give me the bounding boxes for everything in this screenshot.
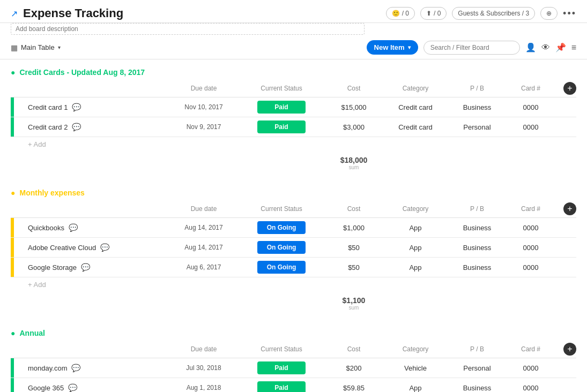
col-header: Category [383, 345, 448, 353]
chat-icon[interactable]: 💬 [68, 383, 77, 392]
cell-date: Aug 1, 2018 [169, 381, 239, 392]
user-icon[interactable]: 👤 [525, 42, 536, 52]
reaction-icon: 🙂 [392, 10, 400, 17]
group-header: ● Monthly expenses [11, 189, 576, 197]
chat-icon[interactable]: 💬 [71, 364, 80, 372]
add-row-label: + Add [28, 140, 46, 148]
cell-card: 0000 [507, 260, 555, 275]
col-header: Card # [507, 85, 555, 92]
more-options-button[interactable]: ••• [563, 8, 576, 19]
col-header: Card # [507, 205, 555, 213]
group-toggle-icon[interactable]: ● [11, 189, 15, 197]
col-header: Cost [324, 85, 383, 92]
cell-category: App [383, 240, 448, 255]
cell-date: Aug 6, 2017 [169, 260, 239, 274]
guests-button[interactable]: Guests & Subscribers / 3 [452, 7, 535, 20]
sum-row: $1,100 sum [11, 293, 576, 314]
cell-card: 0000 [507, 361, 555, 375]
eye-icon[interactable]: 👁 [541, 43, 550, 52]
views-button[interactable]: ⬆ / 0 [420, 7, 447, 20]
cell-extra [555, 104, 576, 110]
group-header: ● Annual [11, 329, 576, 337]
add-icon: ⊕ [546, 10, 552, 17]
cell-card: 0000 [507, 240, 555, 255]
reactions-button[interactable]: 🙂 / 0 [386, 7, 415, 20]
add-column-button[interactable]: + [563, 202, 576, 215]
cell-extra [555, 385, 576, 391]
filter-icon[interactable]: ≡ [571, 43, 576, 52]
add-guest-button[interactable]: ⊕ [540, 7, 558, 20]
cell-extra [555, 244, 576, 251]
chat-icon[interactable]: 💬 [81, 263, 90, 272]
col-header: Current Status [239, 205, 324, 213]
main-content: ● Credit Cards - Updated Aug 8, 2017 Due… [0, 59, 587, 392]
sum-value: $1,100 [324, 296, 383, 305]
cell-extra [555, 264, 576, 270]
group-title[interactable]: Credit Cards - Updated Aug 8, 2017 [19, 68, 145, 77]
header-left: ↗ Expense Tracking [11, 6, 123, 20]
cell-status: Paid [239, 97, 324, 117]
cell-status: On Going [239, 258, 324, 277]
sum-value: $18,000 [324, 156, 383, 164]
cell-date: Aug 14, 2017 [169, 240, 239, 254]
col-header: Cost [324, 345, 383, 353]
chat-icon[interactable]: 💬 [72, 123, 81, 131]
table-row: Google 365 💬 Aug 1, 2018 Paid $59.85 App… [11, 378, 576, 392]
row-indicator [11, 97, 14, 117]
add-column-button[interactable]: + [563, 343, 576, 356]
column-headers: Due dateCurrent StatusCostCategoryP / BC… [11, 80, 576, 97]
cell-cost: $3,000 [324, 120, 383, 134]
table-row: Adobe Creative Cloud 💬 Aug 14, 2017 On G… [11, 238, 576, 258]
status-badge: On Going [257, 261, 306, 274]
col-header: Category [383, 205, 448, 213]
group-title[interactable]: Monthly expenses [19, 189, 84, 197]
table-row: Credit card 2 💬 Nov 9, 2017 Paid $3,000 … [11, 117, 576, 137]
cell-pb: Business [448, 221, 507, 235]
header-right: 🙂 / 0 ⬆ / 0 Guests & Subscribers / 3 ⊕ •… [386, 7, 576, 20]
add-row[interactable]: + Add [11, 137, 576, 152]
board-desc-input[interactable] [11, 23, 365, 35]
share-icon: ↗ [11, 9, 18, 19]
col-header: Due date [169, 85, 239, 92]
cell-category: Credit card [383, 100, 448, 115]
group-title[interactable]: Annual [19, 329, 44, 337]
add-row[interactable]: + Add [11, 277, 576, 292]
views-icon: ⬆ [426, 10, 432, 17]
chat-icon[interactable]: 💬 [72, 103, 81, 111]
table-label: Main Table [21, 43, 55, 51]
cell-pb: Personal [448, 361, 507, 375]
col-header-add: + [555, 82, 576, 95]
search-input[interactable] [423, 41, 520, 55]
pin-icon[interactable]: 📌 [555, 42, 566, 52]
cell-card: 0000 [507, 120, 555, 134]
col-header: Due date [169, 345, 239, 353]
cell-cost: $59.85 [324, 381, 383, 393]
chevron-down-icon: ▾ [58, 44, 61, 50]
group-toggle-icon[interactable]: ● [11, 68, 15, 77]
cell-card: 0000 [507, 381, 555, 393]
cell-date: Jul 30, 2018 [169, 361, 239, 375]
row-name: Google Storage [28, 263, 77, 272]
add-column-button[interactable]: + [563, 82, 576, 95]
cell-extra [555, 124, 576, 130]
new-item-button[interactable]: New Item ▾ [367, 40, 418, 55]
group-toggle-icon[interactable]: ● [11, 329, 15, 337]
col-header-add: + [555, 343, 576, 356]
chat-icon[interactable]: 💬 [100, 243, 109, 252]
row-name: Credit card 1 [28, 103, 68, 111]
row-name-cell: Quickbooks 💬 [11, 223, 169, 232]
row-name: monday.com [28, 364, 67, 372]
sum-label: sum [324, 164, 383, 170]
row-name: Adobe Creative Cloud [28, 244, 96, 252]
cell-category: App [383, 381, 448, 393]
status-badge: Paid [257, 120, 306, 133]
table-row: Credit card 1 💬 Nov 10, 2017 Paid $15,00… [11, 97, 576, 117]
cell-status: Paid [239, 358, 324, 378]
column-headers: Due dateCurrent StatusCostCategoryP / BC… [11, 341, 576, 358]
status-badge: On Going [257, 241, 306, 254]
new-item-arrow-icon: ▾ [408, 44, 411, 50]
col-header: Category [383, 85, 448, 92]
chat-icon[interactable]: 💬 [69, 223, 78, 232]
cell-cost: $200 [324, 361, 383, 375]
col-header: P / B [448, 345, 507, 353]
